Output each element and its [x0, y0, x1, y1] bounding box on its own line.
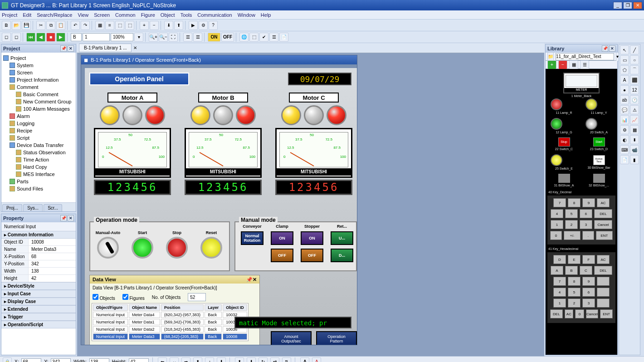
library-panel-close-icon[interactable]: ✕	[609, 45, 615, 52]
coord-y-input[interactable]	[51, 358, 71, 362]
keypad-key[interactable]: .	[582, 231, 594, 240]
undo-icon[interactable]: ↶	[71, 21, 80, 30]
rotate-icon[interactable]: ↻	[259, 357, 268, 362]
manual-button[interactable]: NormalRotation	[239, 231, 265, 245]
library-item-bitshow-b[interactable]	[593, 174, 605, 183]
digital-display[interactable]: 123456	[94, 180, 171, 195]
screen-new-icon[interactable]: ◻	[2, 33, 11, 42]
analog-gauge[interactable]: 012.537.55072.587.5100MITSUBISHI	[185, 128, 262, 178]
project-panel-close-icon[interactable]: ✕	[68, 45, 74, 52]
property-panel-pin-icon[interactable]: 📌	[60, 215, 67, 221]
font-bold-icon[interactable]: A	[300, 357, 309, 362]
library-item-keypad-hex[interactable]: DEFACABCDEL789456123DELAC0CancelENT	[547, 252, 615, 323]
zoom-in-icon[interactable]: +	[140, 21, 149, 30]
list-icon[interactable]: ☰	[269, 33, 278, 42]
keypad-key[interactable]: 3	[580, 220, 592, 229]
keypad-key[interactable]: 4	[551, 209, 563, 218]
project-tree[interactable]: Project SystemScreenProject InformationC…	[1, 53, 76, 202]
new-icon[interactable]: 🗎	[2, 21, 11, 30]
keypad-key[interactable]: 1	[551, 220, 563, 229]
keypad-key[interactable]: AC	[597, 255, 610, 264]
keypad-key[interactable]: F	[582, 255, 595, 264]
tool-clock-icon[interactable]: 🕐	[630, 95, 639, 104]
library-item-lamp-red[interactable]	[551, 98, 562, 110]
group-icon[interactable]: ⬚	[115, 21, 124, 30]
library-list-icon[interactable]: ☰	[580, 60, 589, 69]
align-left-icon[interactable]: ⬅	[158, 357, 167, 362]
analog-gauge[interactable]: 012.537.55072.587.5100MITSUBISHI	[94, 128, 171, 178]
help-icon[interactable]: ?	[209, 21, 218, 30]
project-panel-pin-icon[interactable]: 📌	[60, 45, 67, 52]
fit-icon[interactable]: ⛶	[169, 33, 178, 42]
zoom-out-icon[interactable]: −	[150, 21, 159, 30]
tool-video-icon[interactable]: 📹	[630, 145, 639, 154]
library-item-start[interactable]: Start	[593, 137, 605, 147]
library-item-lamp-yellow[interactable]	[585, 98, 597, 110]
tree-node[interactable]: MES Interface	[3, 171, 74, 178]
digital-display[interactable]: 123456	[185, 180, 262, 195]
library-item-active-text[interactable]: Active Text	[593, 155, 605, 165]
tree-node[interactable]: Hard Copy	[3, 163, 74, 171]
property-row[interactable]: Width138	[1, 268, 76, 275]
keypad-key[interactable]: E	[568, 255, 581, 264]
nav-stop-icon[interactable]: ■	[46, 33, 55, 42]
menu-project[interactable]: Project	[2, 12, 17, 18]
keypad-key[interactable]: 4	[553, 288, 566, 297]
align-center-icon[interactable]: ↔	[170, 357, 179, 362]
manual-button[interactable]: ON	[299, 231, 325, 245]
keypad-key[interactable]: AC	[565, 309, 574, 318]
align-top-icon[interactable]: ⬆	[193, 357, 202, 362]
tool-doc-icon[interactable]: 📄	[620, 155, 629, 164]
lamp-red[interactable]	[236, 105, 256, 125]
tab-project[interactable]: Proj...	[2, 204, 22, 211]
report-icon[interactable]: 📄	[279, 33, 288, 42]
op-button-manual-auto[interactable]: Manual-Auto	[94, 230, 122, 259]
dev-icon[interactable]: ⬚	[249, 33, 259, 42]
tree-node[interactable]: Comment	[3, 83, 74, 91]
close-button[interactable]: ✕	[633, 2, 642, 9]
keypad-key[interactable]	[597, 288, 610, 297]
library-panel-pin-icon[interactable]: 📌	[602, 45, 608, 52]
keypad-key[interactable]: 2	[568, 298, 581, 308]
tool-switch-icon[interactable]: ⬛	[630, 75, 639, 84]
save-icon[interactable]: 💾	[22, 21, 31, 30]
tree-node[interactable]: Logging	[3, 120, 74, 127]
keypad-key[interactable]: DEL	[594, 266, 612, 275]
grid-icon[interactable]: ▦	[95, 21, 104, 30]
keypad-key[interactable]: ENT	[596, 231, 613, 240]
tool-pointer-icon[interactable]: ↖	[620, 45, 629, 54]
tool-numeric-icon[interactable]: 12	[630, 85, 639, 94]
layer2-icon[interactable]: ☰	[193, 33, 202, 42]
property-group-header[interactable]: ▸ Extended	[1, 305, 76, 313]
menu-search[interactable]: Search/Replace	[37, 12, 72, 18]
keypad-key[interactable]: 8	[568, 277, 581, 286]
keypad-key[interactable]	[597, 277, 610, 286]
sub-button[interactable]: OperationPattern	[316, 331, 357, 345]
library-item-stop[interactable]: Stop	[558, 137, 570, 147]
tree-node[interactable]: Parts	[3, 178, 74, 185]
sub-button[interactable]: AmountOutput/sec	[271, 331, 312, 345]
library-remove-icon[interactable]: −	[558, 60, 567, 69]
op-button-stop[interactable]: Stop	[163, 230, 191, 259]
align-middle-icon[interactable]: ↕	[205, 357, 214, 362]
keypad-key[interactable]: ENT	[600, 309, 613, 318]
tool-polygon-icon[interactable]: ⬠	[620, 65, 629, 74]
zoomout2-icon[interactable]: 🔍−	[159, 33, 168, 42]
tool-arc-icon[interactable]: ⌒	[630, 65, 639, 74]
digital-display[interactable]: 123456	[275, 180, 352, 195]
property-row[interactable]: Y-Position342	[1, 260, 76, 268]
tool-comment-icon[interactable]: 💬	[620, 105, 629, 114]
manual-button[interactable]: OFF	[269, 249, 295, 262]
lamp-gray[interactable]	[213, 105, 233, 125]
align-right-icon[interactable]: ➡	[181, 357, 190, 362]
tool-meter-icon[interactable]: ◐	[620, 135, 629, 144]
library-item-meter[interactable]: METER	[563, 73, 600, 93]
off-state-button[interactable]: OFF	[221, 33, 234, 42]
menu-edit[interactable]: Edit	[23, 12, 31, 18]
table-row[interactable]: Numerical InputMeter Data1(569,342)-(706…	[93, 319, 247, 325]
coord-x-input[interactable]	[21, 358, 41, 362]
keypad-key[interactable]: Cancel	[594, 220, 612, 229]
property-row[interactable]: X-Position68	[1, 253, 76, 260]
analog-gauge[interactable]: 012.537.55072.587.5100MITSUBISHI	[275, 128, 352, 178]
keypad-key[interactable]: 6	[580, 209, 592, 218]
